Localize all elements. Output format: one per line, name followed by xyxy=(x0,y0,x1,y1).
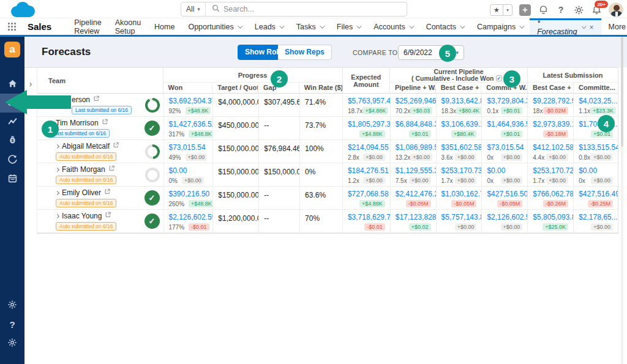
amount-link[interactable]: $427,516.49 xyxy=(579,190,613,198)
external-link-icon[interactable] xyxy=(113,141,119,150)
col-header-commit-won[interactable]: Commit + W... xyxy=(481,83,527,93)
col-header-won[interactable]: Won xyxy=(163,83,213,93)
chevron-down-icon[interactable] xyxy=(519,23,524,28)
amount-link[interactable]: $0.00 xyxy=(579,166,613,175)
tab-forecasting-active[interactable]: * Forecasting × xyxy=(530,18,601,35)
external-link-icon[interactable] xyxy=(93,95,99,103)
amount-link[interactable]: $214,094.55 xyxy=(348,143,385,152)
guidance-icon[interactable] xyxy=(538,4,549,15)
amount-link[interactable]: $351,602.58 xyxy=(441,143,477,152)
search-scope-dropdown[interactable]: All ▾ xyxy=(181,2,206,16)
col-header-pipeline-won[interactable]: Pipeline + W... xyxy=(390,83,436,93)
expand-panel-chevron[interactable]: › xyxy=(24,79,37,89)
col-header-win-rate[interactable]: Win Rate ($) xyxy=(299,83,342,93)
amount-link[interactable]: $1,129,555.35 xyxy=(396,166,431,175)
vertical-scrollbar[interactable] xyxy=(621,37,623,364)
external-link-icon[interactable] xyxy=(105,211,111,220)
amount-link[interactable]: $184,276.51 xyxy=(348,166,385,175)
tab-opportunities[interactable]: Opportunities xyxy=(181,18,247,35)
sidebar-item-revenue[interactable]: $ xyxy=(0,132,24,150)
won-amount-link[interactable]: $1,427,636.52 xyxy=(169,120,208,128)
won-amount-link[interactable]: $390,216.50 xyxy=(169,190,208,198)
expand-chevron-icon[interactable] xyxy=(55,214,59,218)
sidebar-item-trends[interactable] xyxy=(0,113,24,132)
chevron-down-icon[interactable] xyxy=(356,23,361,28)
chevron-down-icon[interactable] xyxy=(238,23,242,28)
external-link-icon[interactable] xyxy=(108,165,115,173)
tab-contacts[interactable]: Contacts xyxy=(419,18,470,35)
tab-akoonu-setup[interactable]: Akoonu Setup xyxy=(108,18,148,35)
tab-campaigns[interactable]: Campaigns xyxy=(470,18,530,35)
search-input[interactable] xyxy=(223,5,407,13)
tab-home[interactable]: Home xyxy=(148,18,181,35)
amount-link[interactable]: $2,973,839.16 xyxy=(533,120,568,128)
user-avatar[interactable] xyxy=(609,2,623,17)
external-link-icon[interactable] xyxy=(102,118,108,127)
tab-pipeline-review[interactable]: Pipeline Review xyxy=(67,18,108,35)
notifications-bell-icon[interactable]: 20+ xyxy=(591,4,602,15)
expand-chevron-icon[interactable] xyxy=(55,190,59,195)
sidebar-item-performance[interactable] xyxy=(0,150,24,169)
chevron-down-icon[interactable] xyxy=(409,23,414,28)
app-launcher-waffle-icon[interactable] xyxy=(8,23,17,31)
amount-link[interactable]: $9,313,642.82 xyxy=(441,97,477,105)
amount-link[interactable]: $5,757,143.87 xyxy=(441,213,477,221)
akoonu-logo[interactable]: a xyxy=(4,42,20,58)
amount-link[interactable]: $3,729,804.37 xyxy=(487,97,522,105)
sidebar-admin-button[interactable] xyxy=(0,334,24,353)
amount-link[interactable]: $412,102.58 xyxy=(533,143,568,152)
col-header-ls-best-case[interactable]: Best Case + ... xyxy=(528,83,574,93)
amount-link[interactable]: $2,412,476.24 xyxy=(396,190,431,198)
sidebar-settings-button[interactable] xyxy=(0,296,24,315)
favorites-dropdown-icon[interactable]: ▾ xyxy=(503,4,512,16)
global-add-icon[interactable]: + xyxy=(519,4,531,16)
amount-link[interactable]: $25,269,946... xyxy=(396,97,431,105)
help-icon[interactable]: ? xyxy=(555,4,566,15)
sidebar-help-button[interactable]: ? xyxy=(0,315,24,334)
chevron-down-icon[interactable] xyxy=(460,23,465,28)
setup-gear-icon[interactable] xyxy=(573,4,584,15)
include-won-checkbox[interactable]: ✓ xyxy=(496,75,502,81)
amount-link[interactable]: $766,062.78 xyxy=(533,190,568,198)
chevron-down-icon[interactable] xyxy=(320,23,325,28)
col-header-best-case[interactable]: Best Case + ... xyxy=(436,83,482,93)
won-amount-link[interactable]: $2,126,602.59 xyxy=(169,213,208,221)
won-amount-link[interactable]: $3,692,504.37 xyxy=(169,97,208,105)
chevron-down-icon[interactable] xyxy=(279,23,284,28)
amount-link[interactable]: $727,068.58 xyxy=(348,190,385,198)
amount-link[interactable]: $9,228,792.91 xyxy=(533,97,568,105)
amount-link[interactable]: $5,805,093.86 xyxy=(533,213,568,221)
favorites-star-icon[interactable]: ★ xyxy=(490,4,503,16)
show-reps-button[interactable]: Show Reps xyxy=(278,45,332,60)
tab-more[interactable]: More ▾ xyxy=(601,18,627,35)
amount-link[interactable]: $2,178,65... xyxy=(579,213,613,221)
won-amount-link[interactable]: $0.00 xyxy=(169,166,208,175)
expand-chevron-icon[interactable] xyxy=(55,144,59,148)
amount-link[interactable]: $1,086,989.50 xyxy=(396,143,431,152)
tab-tasks[interactable]: Tasks xyxy=(290,18,330,35)
col-header-expected-amount[interactable]: Expected Amount xyxy=(343,68,390,93)
tab-leads[interactable]: Leads xyxy=(248,18,290,35)
amount-link[interactable]: $3,718,629.70 xyxy=(348,213,385,221)
amount-link[interactable]: $427,516.50 xyxy=(487,190,522,198)
amount-link[interactable]: $5,763,957.40 xyxy=(348,97,385,105)
chevron-down-icon[interactable] xyxy=(582,24,587,29)
amount-link[interactable]: $1,464,936.52 xyxy=(487,120,522,128)
col-header-ls-committed[interactable]: Committe... xyxy=(574,83,618,93)
amount-link[interactable]: $3,106,639.17 xyxy=(441,120,477,128)
amount-link[interactable]: $4,023,25... xyxy=(579,97,613,105)
amount-link[interactable]: $1,030,162.79 xyxy=(441,190,477,198)
col-header-team[interactable]: Team xyxy=(37,68,163,93)
amount-link[interactable]: $133,515.54 xyxy=(579,143,613,152)
expand-chevron-icon[interactable] xyxy=(55,167,59,171)
external-link-icon[interactable] xyxy=(104,188,110,196)
amount-link[interactable]: $2,126,602.59 xyxy=(487,213,522,221)
amount-link[interactable]: $253,170.72 xyxy=(533,166,568,175)
sidebar-item-calendar[interactable] xyxy=(0,169,24,188)
amount-link[interactable]: $1,805,297.32 xyxy=(348,120,385,128)
won-amount-link[interactable]: $73,015.54 xyxy=(169,143,208,152)
amount-link[interactable]: $73,015.54 xyxy=(487,143,522,152)
tab-accounts[interactable]: Accounts xyxy=(367,18,419,35)
amount-link[interactable]: $0.00 xyxy=(487,166,522,175)
close-tab-icon[interactable]: × xyxy=(590,23,594,32)
